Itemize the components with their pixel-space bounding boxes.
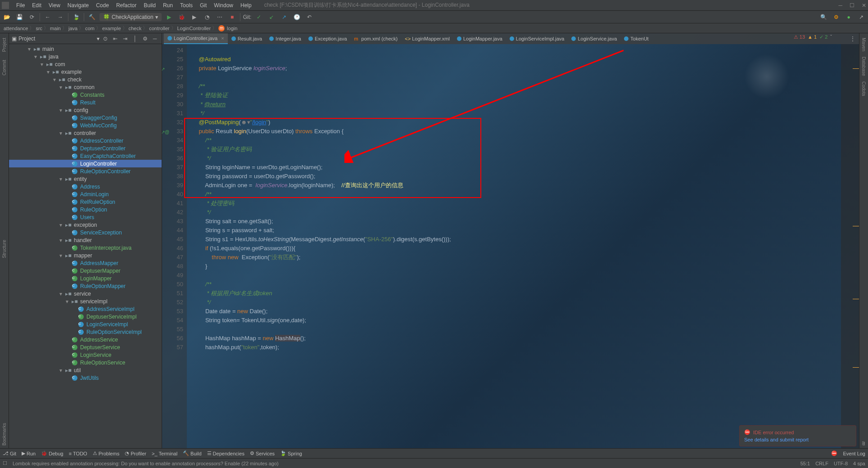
tool-tab-project[interactable]: Project <box>1 35 8 54</box>
git-rollback-icon[interactable]: ↶ <box>304 12 314 22</box>
tree-item-deptuserserviceimpl[interactable]: CDeptuserServiceImpl <box>9 313 162 320</box>
bottom-tab-dependencies[interactable]: ☰ Dependencies <box>207 450 244 456</box>
tree-item-example[interactable]: ▾▸■example <box>9 68 162 76</box>
ide-error-notification[interactable]: ⛔IDE error occurred See details and subm… <box>739 425 856 446</box>
tree-item-addressserviceimpl[interactable]: CAddressServiceImpl <box>9 305 162 313</box>
line-number[interactable]: 47 <box>162 253 183 262</box>
breadcrumb-item[interactable]: com <box>85 26 95 31</box>
code-line[interactable]: String s = password + salt; <box>192 226 841 235</box>
tab-pom-xml--check-[interactable]: mpom.xml (check) <box>351 33 402 44</box>
menu-view[interactable]: View <box>45 2 64 9</box>
git-commit-icon[interactable]: ↙ <box>267 12 276 22</box>
tab-loginmapper-xml[interactable]: <>LoginMapper.xml <box>401 33 453 44</box>
code-line[interactable]: /** <box>192 136 841 145</box>
tool-tab-codota[interactable]: Codota <box>860 79 867 99</box>
code-line[interactable] <box>192 325 841 334</box>
open-icon[interactable]: 📂 <box>2 12 12 22</box>
breadcrumb-item[interactable]: example <box>102 26 121 31</box>
breadcrumb-item[interactable]: login <box>227 26 237 31</box>
tool-tab-maven[interactable]: Maven <box>860 35 867 54</box>
bottom-tab-problems[interactable]: ⚠ Problems <box>93 450 119 456</box>
event-log-button[interactable]: Event Log <box>843 451 865 456</box>
tab-logincontroller-java[interactable]: LoginController.java× <box>164 33 228 44</box>
code-line[interactable]: */ <box>192 208 841 217</box>
code-line[interactable]: * 根据用户id/名生成token <box>192 289 841 298</box>
target-icon[interactable]: ⊙ <box>101 35 109 43</box>
tree-item-deptusermapper[interactable]: CDeptuserMapper <box>9 267 162 274</box>
tree-item-ruleoptionmapper[interactable]: CRuleOptionMapper <box>9 282 162 290</box>
build-icon[interactable]: 🔨 <box>87 12 97 22</box>
tab-loginservice-java[interactable]: LoginService.java <box>568 33 620 44</box>
menu-build[interactable]: Build <box>140 2 159 9</box>
tree-item-addressservice[interactable]: CAddressService <box>9 336 162 343</box>
settings-icon[interactable]: ⚙ <box>831 12 841 22</box>
code-line[interactable]: * 登陆验证 <box>192 91 841 100</box>
forward-icon[interactable]: → <box>55 12 65 22</box>
hide-icon[interactable]: ─ <box>151 35 159 43</box>
tool-tab-bookmarks[interactable]: Bookmarks <box>1 420 8 448</box>
breadcrumb-item[interactable]: java <box>68 26 77 31</box>
line-number[interactable]: 52 <box>162 298 183 307</box>
tool-tab-commit[interactable]: Commit <box>1 57 8 78</box>
tree-item-loginmapper[interactable]: CLoginMapper <box>9 274 162 282</box>
tree-item-logincontroller[interactable]: CLoginController <box>9 160 162 167</box>
line-number[interactable]: 27 <box>162 73 183 82</box>
tree-item-tokeninterceptor-java[interactable]: CTokenInterceptor.java <box>9 244 162 252</box>
close-icon[interactable]: ✕ <box>862 2 866 9</box>
tree-item-loginserviceimpl[interactable]: CLoginServiceImpl <box>9 320 162 328</box>
line-number[interactable]: 37 <box>162 163 183 172</box>
tab-tokenut[interactable]: TokenUt <box>620 33 652 44</box>
tab-result-java[interactable]: Result.java <box>228 33 266 44</box>
tree-item-check[interactable]: ▾▸■check <box>9 76 162 83</box>
code-line[interactable] <box>192 46 841 55</box>
caret-position[interactable]: 55:1 <box>800 461 810 466</box>
tree-item-jwtutils[interactable]: CJwtUtils <box>9 374 162 382</box>
line-number[interactable]: 55 <box>162 325 183 334</box>
spring-icon[interactable]: 🍃 <box>71 12 81 22</box>
tab-loginserviceimpl-java[interactable]: LoginServiceImpl.java <box>506 33 568 44</box>
tree-item-com[interactable]: ▾▸■com <box>9 60 162 68</box>
tree-item-result[interactable]: CResult <box>9 99 162 106</box>
line-number[interactable]: 42 <box>162 208 183 217</box>
tree-item-ruleoption[interactable]: CRuleOption <box>9 206 162 213</box>
tree-item-config[interactable]: ▾▸■config <box>9 106 162 114</box>
line-separator[interactable]: CRLF <box>815 461 828 466</box>
code-line[interactable]: /** <box>192 190 841 199</box>
run-config-select[interactable]: 🍀 CheckApplication ▾ <box>99 13 162 21</box>
tab-loginmapper-java[interactable]: LoginMapper.java <box>453 33 506 44</box>
tree-item-adminlogin[interactable]: CAdminLogin <box>9 190 162 198</box>
breadcrumb-item[interactable]: src <box>36 26 42 31</box>
code-editor[interactable]: 242526↗27282930313233↗@34353637383940414… <box>162 44 859 448</box>
tree-item-java[interactable]: ▾▸■java <box>9 53 162 60</box>
stop-icon[interactable]: ■ <box>227 12 237 22</box>
code-line[interactable]: @Autowired <box>192 55 841 64</box>
tree-item-address[interactable]: CAddress <box>9 183 162 190</box>
error-indicator-icon[interactable]: ⛔ <box>831 450 837 456</box>
tool-tab-structure[interactable]: Structure <box>1 237 8 261</box>
line-number[interactable]: 28 <box>162 82 183 91</box>
code-line[interactable]: throw new Exception("没有匹配"); <box>192 253 841 262</box>
tree-item-ruleoptioncontroller[interactable]: CRuleOptionController <box>9 167 162 175</box>
collapse-icon[interactable]: ⇤ <box>111 35 119 43</box>
tree-item-handler[interactable]: ▾▸■handler <box>9 236 162 244</box>
code-line[interactable]: @PostMapping(☻▾"/login") <box>192 118 841 127</box>
code-line[interactable]: hashMap.put("token",token); <box>192 343 841 352</box>
gear-icon[interactable]: ⚙ <box>141 35 149 43</box>
line-number[interactable]: 40 <box>162 190 183 199</box>
menu-git[interactable]: Git <box>196 2 210 9</box>
line-number[interactable]: 32 <box>162 118 183 127</box>
line-number[interactable]: 48 <box>162 262 183 271</box>
gutter-run-icon[interactable]: ↗ <box>161 65 165 74</box>
code-line[interactable]: } <box>192 262 841 271</box>
line-number[interactable]: 34 <box>162 136 183 145</box>
menu-tools[interactable]: Tools <box>176 2 196 9</box>
tab-exception-java[interactable]: Exception.java <box>305 33 351 44</box>
code-line[interactable]: * 验证用户名密码 <box>192 145 841 154</box>
code-line[interactable]: * 处理密码 <box>192 199 841 208</box>
line-number[interactable]: 51 <box>162 289 183 298</box>
code-line[interactable]: public Result login(UserDto userDto) thr… <box>192 127 841 136</box>
menu-help[interactable]: Help <box>237 2 255 9</box>
menu-code[interactable]: Code <box>92 2 113 9</box>
git-update-icon[interactable]: ✓ <box>254 12 264 22</box>
indent[interactable]: 4 spa <box>853 461 865 466</box>
